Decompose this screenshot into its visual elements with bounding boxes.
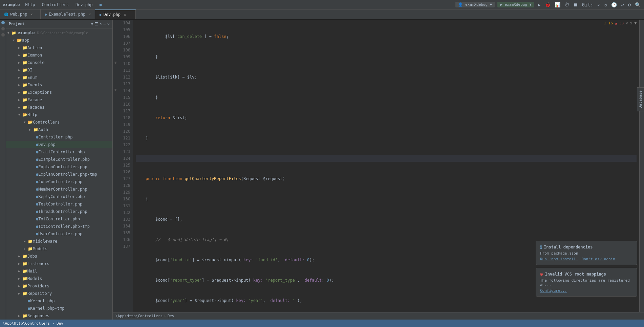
tree-listeners[interactable]: ▶ 📁 Listeners: [6, 260, 112, 267]
tree-models-http[interactable]: ▶ 📁 Models: [6, 245, 112, 253]
tree-file-user[interactable]: ● UserController.php: [6, 230, 112, 238]
tree-facades[interactable]: ▶ 📁 Facades: [6, 104, 112, 111]
tab-web-close[interactable]: ×: [31, 13, 33, 16]
left-strip-dot-2[interactable]: [1, 27, 5, 30]
menu-app[interactable]: Http: [24, 2, 37, 8]
tree-http[interactable]: ▼ 📂 Http: [6, 111, 112, 118]
tab-dev-close[interactable]: ×: [124, 13, 126, 17]
sidebar-settings-icon[interactable]: ⚙: [91, 22, 93, 26]
tree-responses[interactable]: ▶ 📁 Responses: [6, 312, 112, 320]
settings-icon[interactable]: ⚙: [627, 1, 631, 8]
tree-facade[interactable]: ▶ 📁 Facade: [6, 96, 112, 104]
notif-install-deps: ℹ Install dependencies From package.json…: [536, 241, 637, 265]
sidebar-close-icon[interactable]: ✕: [107, 22, 110, 26]
menu-http[interactable]: Controllers: [40, 2, 70, 8]
tab-example-close[interactable]: ×: [89, 13, 91, 16]
folder-icon: 📁: [22, 284, 27, 288]
tree-file-thread[interactable]: ● ThreadController.php: [6, 208, 112, 215]
tree-file-txt-tmp[interactable]: ● TxtController.php-tmp: [6, 223, 112, 230]
tree-repository[interactable]: ▶ 📁 Repository: [6, 290, 112, 297]
folder-icon: 📂: [22, 112, 27, 117]
tree-app-label: app: [22, 38, 29, 43]
tree-di[interactable]: ▶ 📁 DI: [6, 66, 112, 74]
git-undo-icon[interactable]: ↩: [620, 1, 624, 8]
tree-console[interactable]: ▶ 📁 Console: [6, 59, 112, 66]
tree-exceptions[interactable]: ▶ 📁 Exceptions: [6, 89, 112, 96]
notif-configure-link[interactable]: Configure...: [540, 288, 567, 293]
stop-icon[interactable]: ⏹: [573, 1, 579, 8]
search-icon[interactable]: 🔍: [634, 1, 641, 8]
profile-icon[interactable]: ⏱: [564, 1, 570, 8]
sidebar-layout-icon[interactable]: ☰: [94, 22, 98, 26]
tree-file-kernel[interactable]: ● Kernel.php: [6, 297, 112, 305]
debug-button[interactable]: ▶ examXdebug ▼: [497, 2, 534, 7]
tab-example[interactable]: ● ExampleTest.php ×: [41, 9, 95, 19]
tree-arrow: ▶: [18, 76, 22, 79]
tree-repository-label: Repository: [27, 291, 52, 296]
folder-icon: 📁: [22, 313, 27, 318]
tree-controllers[interactable]: ▼ 📂 Controllers: [6, 118, 112, 126]
left-strip-dot-1[interactable]: [1, 21, 5, 24]
tab-dev[interactable]: ● Dev.php ×: [95, 9, 136, 19]
sidebar-filter-icon[interactable]: ⌥: [100, 22, 102, 26]
tree-action[interactable]: ▶ 📁 Action: [6, 44, 112, 51]
notif-dont-ask-link[interactable]: Don't ask again: [582, 257, 615, 261]
database-tab[interactable]: Database: [637, 87, 644, 111]
tab-web[interactable]: 🌐 web.php ×: [0, 9, 41, 19]
notif-npm-install-link[interactable]: Run 'npm install': [540, 257, 578, 261]
tree-file-controller[interactable]: ● Controller.php: [6, 133, 112, 141]
git-check-icon[interactable]: ✓: [597, 1, 601, 8]
right-gutter[interactable]: [639, 20, 644, 312]
sidebar-tree: ▼ 📁 example D:\Centos\shrePub\example ▼ …: [6, 28, 112, 320]
tree-file-member[interactable]: ● MemberController.php: [6, 186, 112, 193]
tree-arrow: ▶: [18, 61, 22, 64]
tree-file-explan[interactable]: ● ExplanController.php: [6, 163, 112, 171]
user-button[interactable]: 👤 examXdebug ▼: [455, 2, 495, 7]
run-icon[interactable]: ▶: [537, 1, 541, 8]
warn-chevron-icon[interactable]: ▼: [634, 21, 637, 25]
tab-example-label: ExampleTest.php: [49, 12, 85, 17]
tree-jobs[interactable]: ▶ 📁 Jobs: [6, 253, 112, 260]
tree-kernel-label: Kernel.php: [30, 299, 55, 303]
tab-web-icon: 🌐: [4, 13, 8, 16]
tree-file-example[interactable]: ● ExampleController.php: [6, 156, 112, 163]
tree-models[interactable]: ▶ 📁 Models: [6, 275, 112, 282]
git-clock-icon[interactable]: 🕐: [610, 1, 618, 8]
tree-arrow: ▶: [18, 53, 22, 57]
tree-auth[interactable]: ▶ 📁 Auth: [6, 126, 112, 133]
tree-project[interactable]: ▼ 📁 example D:\Centos\shrePub\example: [6, 29, 112, 37]
menu-devphp[interactable]: ●: [98, 2, 104, 8]
tree-app[interactable]: ▼ 📂 app: [6, 37, 112, 44]
tree-example-label: ExampleController.php: [38, 157, 90, 162]
tree-enum[interactable]: ▶ 📁 Enum: [6, 74, 112, 81]
tree-arrow: ▶: [29, 128, 33, 131]
tabs-bar: 🌐 web.php × ● ExampleTest.php × ● Dev.ph…: [0, 9, 644, 20]
breadcrumb: \App\Http\Controllers › Dev: [113, 312, 644, 320]
tree-common[interactable]: ▶ 📁 Common: [6, 51, 112, 59]
tree-file-txt[interactable]: ● TxtController.php: [6, 215, 112, 223]
tree-file-dev[interactable]: ● Dev.php: [6, 141, 112, 148]
sidebar-collapse-icon[interactable]: —: [104, 22, 106, 26]
git-update-icon[interactable]: ↻: [604, 1, 608, 8]
tree-arrow: ▶: [18, 68, 22, 72]
tree-providers[interactable]: ▶ 📁 Providers: [6, 282, 112, 290]
left-strip-dot-3[interactable]: [1, 33, 5, 37]
tree-events-label: Events: [27, 83, 42, 87]
folder-icon: 📂: [28, 120, 33, 125]
tree-file-kernel-tmp[interactable]: ● Kernel.php-tmp: [6, 305, 112, 312]
tree-events[interactable]: ▶ 📁 Events: [6, 81, 112, 89]
tree-arrow: ▶: [18, 255, 22, 258]
tree-arrow: ▶: [18, 284, 22, 288]
tree-middleware[interactable]: ▶ 📁 Middleware: [6, 238, 112, 245]
tree-mail[interactable]: ▶ 📁 Mail: [6, 267, 112, 275]
tree-file-explan-tmp[interactable]: ● ExplanController.php-tmp: [6, 171, 112, 178]
notif-vcs-root: ⊗ Invalid VCS root mappings The followin…: [536, 268, 637, 297]
tree-file-email[interactable]: ● EmailController.php: [6, 148, 112, 156]
tree-file-reply[interactable]: ● ReplyController.php: [6, 193, 112, 200]
folder-icon: 📁: [22, 291, 27, 296]
menu-controllers[interactable]: Dev.php: [74, 2, 94, 8]
debug-icon[interactable]: 🐞: [544, 1, 551, 8]
coverage-icon[interactable]: 📊: [554, 1, 561, 8]
tree-file-test[interactable]: ● TestController.php: [6, 200, 112, 208]
tree-file-june[interactable]: ● JuneController.php: [6, 178, 112, 186]
